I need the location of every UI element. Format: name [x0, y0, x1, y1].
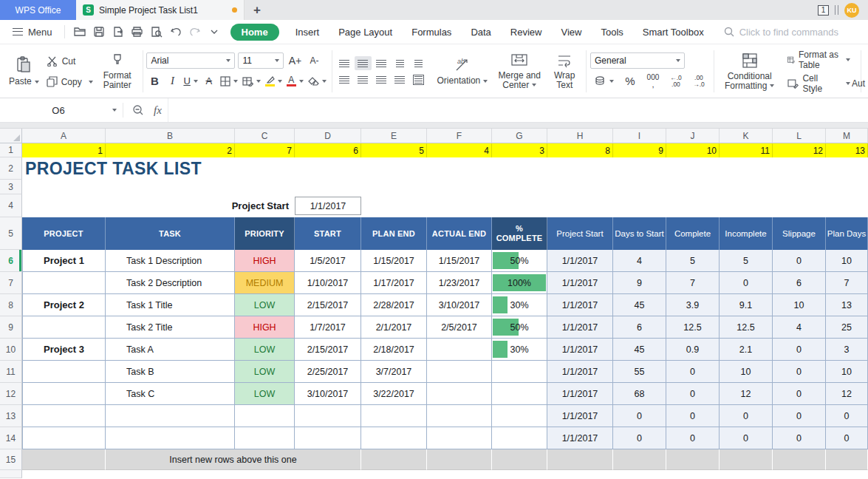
- increase-font-button[interactable]: A+: [287, 52, 303, 69]
- cell-G12-pct-complete[interactable]: [492, 383, 547, 405]
- formula-input[interactable]: [168, 98, 868, 122]
- borders-button[interactable]: [219, 73, 239, 89]
- cell-D11[interactable]: 2/25/2017: [295, 361, 361, 383]
- tab-insert[interactable]: Insert: [286, 20, 329, 44]
- decrease-decimal-button[interactable]: ←.0.00: [668, 73, 684, 89]
- cell-K1[interactable]: 11: [720, 143, 773, 157]
- cell-I11[interactable]: 55: [613, 361, 666, 383]
- cell-A3[interactable]: [22, 180, 868, 194]
- cell-G11-pct-complete[interactable]: [492, 361, 547, 383]
- increase-indent-button[interactable]: [410, 56, 427, 70]
- cell-M9[interactable]: 25: [826, 316, 868, 339]
- cell-F11[interactable]: [427, 361, 492, 383]
- cell-D10[interactable]: 2/15/2017: [295, 339, 361, 361]
- table-header-plan-days[interactable]: Plan Days: [826, 217, 868, 250]
- row-header-2[interactable]: 2: [0, 157, 22, 180]
- cell-K9[interactable]: 12.5: [720, 316, 773, 339]
- tab-home[interactable]: Home: [230, 24, 279, 41]
- col-header-A[interactable]: A: [22, 129, 106, 143]
- decrease-indent-button[interactable]: [392, 56, 409, 70]
- table-header-task[interactable]: TASK: [106, 217, 235, 250]
- format-painter-button[interactable]: Format Painter: [96, 47, 139, 96]
- number-format-select[interactable]: General: [590, 52, 685, 69]
- cell-A12[interactable]: [22, 383, 106, 405]
- cell-A6[interactable]: Project 1: [22, 250, 106, 272]
- col-header-E[interactable]: E: [361, 129, 427, 143]
- table-header-slippage[interactable]: Slippage: [773, 217, 826, 250]
- cell-E7[interactable]: 1/17/2017: [361, 272, 427, 294]
- tab-formulas[interactable]: Formulas: [402, 20, 461, 44]
- tab-page-layout[interactable]: Page Layout: [329, 20, 402, 44]
- cell-E14[interactable]: [361, 427, 427, 449]
- cell-D8[interactable]: 2/15/2017: [295, 294, 361, 316]
- cell-L9[interactable]: 4: [773, 316, 826, 339]
- font-name-select[interactable]: Arial: [146, 52, 235, 69]
- redo-button[interactable]: [185, 23, 205, 41]
- cell-E9[interactable]: 2/1/2017: [361, 316, 427, 339]
- cell-F6[interactable]: 1/15/2017: [427, 250, 492, 272]
- cell-M10[interactable]: 3: [826, 339, 868, 361]
- cell-H11[interactable]: 1/1/2017: [547, 361, 613, 383]
- cell-H7[interactable]: 1/1/2017: [547, 272, 613, 294]
- row-header-14[interactable]: 14: [0, 427, 22, 449]
- cell-C13-priority[interactable]: [235, 405, 295, 427]
- select-all-corner[interactable]: [0, 129, 22, 143]
- cell-A8[interactable]: Project 2: [22, 294, 106, 316]
- cell-A4[interactable]: [22, 194, 106, 217]
- command-search[interactable]: Click to find commands: [724, 27, 838, 38]
- cell-H14[interactable]: 1/1/2017: [547, 427, 613, 449]
- cell-F15[interactable]: [427, 449, 492, 470]
- col-header-K[interactable]: K: [720, 129, 773, 143]
- cell-B10[interactable]: Task A: [106, 339, 235, 361]
- cell-M8[interactable]: 13: [826, 294, 868, 316]
- cell-M11[interactable]: 10: [826, 361, 868, 383]
- orientation-button[interactable]: ab Orientation: [433, 47, 493, 96]
- cell-L13[interactable]: 0: [773, 405, 826, 427]
- cell-F12[interactable]: [427, 383, 492, 405]
- bold-button[interactable]: B: [146, 73, 163, 89]
- cell-D9[interactable]: 1/7/2017: [295, 316, 361, 339]
- cell-I10[interactable]: 45: [613, 339, 666, 361]
- cell-L14[interactable]: 0: [773, 427, 826, 449]
- cell-B9[interactable]: Task 2 Title: [106, 316, 235, 339]
- undo-button[interactable]: [166, 23, 185, 41]
- paste-button[interactable]: Paste: [4, 47, 44, 96]
- col-header-G[interactable]: G: [492, 129, 547, 143]
- cell-C8-priority[interactable]: LOW: [235, 294, 295, 316]
- cell-C11-priority[interactable]: LOW: [235, 361, 295, 383]
- cell-I9[interactable]: 6: [613, 316, 666, 339]
- col-header-J[interactable]: J: [666, 129, 720, 143]
- cell-J10[interactable]: 0.9: [666, 339, 720, 361]
- cell-B13[interactable]: [106, 405, 235, 427]
- cell-A16-partial[interactable]: [22, 470, 868, 478]
- cell-B12[interactable]: Task C: [106, 383, 235, 405]
- font-size-select[interactable]: 11: [238, 52, 284, 69]
- align-center-button[interactable]: [355, 72, 372, 86]
- cell-G1[interactable]: 3: [492, 143, 547, 157]
- copy-button[interactable]: Copy: [44, 72, 96, 92]
- cell-E15[interactable]: [361, 449, 427, 470]
- cell-K12[interactable]: 12: [720, 383, 773, 405]
- cell-A14[interactable]: [22, 427, 106, 449]
- cell-K15[interactable]: [720, 449, 773, 470]
- merge-center-button[interactable]: Merge and Center: [492, 47, 547, 96]
- open-file-button[interactable]: [70, 23, 89, 41]
- table-header-days-to-start[interactable]: Days to Start: [613, 217, 666, 250]
- row-header-6[interactable]: 6: [0, 250, 22, 272]
- cell-I13[interactable]: 0: [613, 405, 666, 427]
- cell-L12[interactable]: 0: [773, 383, 826, 405]
- row-header-8[interactable]: 8: [0, 294, 22, 316]
- col-header-H[interactable]: H: [547, 129, 613, 143]
- table-header-project-start[interactable]: Project Start: [547, 217, 613, 250]
- cell-F9[interactable]: 2/5/2017: [427, 316, 492, 339]
- highlight-color-button[interactable]: [264, 73, 284, 89]
- cell-J15[interactable]: [666, 449, 720, 470]
- cell-D7[interactable]: 1/10/2017: [295, 272, 361, 294]
- cell-C10-priority[interactable]: LOW: [235, 339, 295, 361]
- table-header-start[interactable]: START: [295, 217, 361, 250]
- tab-smart-toolbox[interactable]: Smart Toolbox: [633, 20, 714, 44]
- col-header-C[interactable]: C: [235, 129, 295, 143]
- table-header-priority[interactable]: PRIORITY: [235, 217, 295, 250]
- table-header-project[interactable]: PROJECT: [22, 217, 106, 250]
- cell-K14[interactable]: 0: [720, 427, 773, 449]
